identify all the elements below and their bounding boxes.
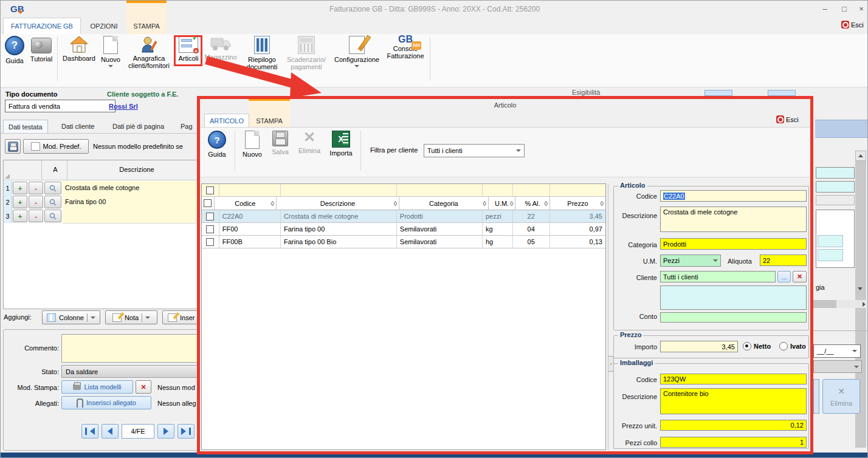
esci-button[interactable]: Esci: [841, 21, 864, 29]
cliente-fe-link[interactable]: Rossi Srl: [109, 103, 138, 110]
close-button[interactable]: ×: [855, 3, 868, 14]
dialog-tab-articolo[interactable]: ARTICOLO: [204, 114, 249, 128]
col-descrizione[interactable]: Descrizione◊: [277, 197, 399, 210]
importo-field[interactable]: 3,45: [660, 341, 738, 352]
date-combo[interactable]: __/__: [813, 344, 861, 358]
nuovo-button[interactable]: Nuovo: [98, 36, 123, 67]
add-row-button[interactable]: +: [13, 210, 27, 222]
tab-dati-testata[interactable]: Dati testata: [3, 120, 48, 133]
table-row[interactable]: FF00 Farina tipo 00 Semilavorati kg 04 0…: [202, 223, 605, 236]
row-checkbox[interactable]: [206, 213, 214, 220]
remove-row-button[interactable]: -: [29, 182, 43, 194]
pezzi-collo-field[interactable]: 1: [660, 437, 807, 448]
combo-gray[interactable]: [813, 360, 862, 373]
sort-icon[interactable]: ◊: [483, 200, 486, 207]
categoria-field[interactable]: Prodotti: [660, 238, 807, 250]
anagrafica-button[interactable]: Anagrafica clienti/fornitori: [126, 36, 172, 69]
cliente-browse-button[interactable]: ...: [777, 271, 791, 282]
imb-descrizione-field[interactable]: Contenitore bio: [660, 388, 807, 414]
cliente-clear-button[interactable]: ✕: [793, 271, 807, 282]
sort-icon[interactable]: ◊: [270, 200, 274, 207]
horizontal-scrollbar[interactable]: [813, 300, 867, 308]
save-model-button[interactable]: [5, 139, 21, 154]
guida-button[interactable]: ? Guida: [3, 36, 26, 64]
remove-row-button[interactable]: -: [29, 210, 43, 222]
configurazione-button[interactable]: Configurazione: [331, 36, 382, 67]
codice-field[interactable]: C22A0: [660, 190, 807, 202]
arrow-down-icon[interactable]: [858, 287, 863, 290]
sort-icon[interactable]: ◊: [394, 200, 397, 207]
maximize-button[interactable]: □: [838, 3, 851, 14]
imb-codice-field[interactable]: 123QW: [660, 374, 807, 385]
nav-first-button[interactable]: [81, 424, 98, 439]
um-select[interactable]: Pezzi: [660, 255, 721, 267]
aliquota-field[interactable]: 22: [760, 255, 807, 266]
remove-row-button[interactable]: -: [29, 196, 43, 208]
table-row[interactable]: C22A0 Crostata di mele cotogne Prodotti …: [202, 210, 605, 223]
mod-predef-button[interactable]: Mod. Predef.: [23, 139, 89, 154]
edit-icon: [168, 313, 177, 322]
lista-modelli-button[interactable]: Lista modelli: [61, 380, 133, 394]
add-row-button[interactable]: +: [13, 182, 27, 194]
cliente-field[interactable]: Tutti i clienti: [660, 271, 776, 282]
tab-dati-cliente[interactable]: Dati cliente: [57, 120, 99, 133]
lookup-row-button[interactable]: [44, 182, 61, 194]
dialog-importa-button[interactable]: X Importa: [325, 131, 357, 157]
table-filter-row[interactable]: [202, 184, 605, 197]
clear-model-button[interactable]: ✕: [136, 380, 151, 394]
dialog-guida-button[interactable]: ? Guida: [204, 131, 230, 158]
select-all-corner[interactable]: [5, 174, 10, 179]
tab-opzioni[interactable]: OPZIONI: [82, 18, 126, 34]
sort-icon[interactable]: ◊: [544, 200, 547, 207]
inserisci-allegato-button[interactable]: Inserisci allegato: [61, 396, 151, 409]
cliente-notes-field[interactable]: [660, 285, 807, 310]
prezzo-unit-field[interactable]: 0,12: [660, 420, 807, 431]
minimize-button[interactable]: –: [818, 3, 832, 14]
col-categoria[interactable]: Categoria◊: [399, 197, 489, 210]
select-all-checkbox[interactable]: [206, 186, 214, 194]
nota-button[interactable]: Nota: [105, 310, 157, 324]
scrollbar-thumb[interactable]: [813, 300, 836, 308]
row-descrizione[interactable]: Crostata di mele cotogne: [63, 181, 214, 196]
dialog-esci-button[interactable]: Esci: [776, 115, 799, 123]
tab-pagamenti[interactable]: Pag: [176, 120, 198, 133]
filtra-cliente-combo[interactable]: Tutti i clienti: [424, 144, 525, 157]
commento-field[interactable]: [61, 334, 215, 363]
col-prezzo[interactable]: Prezzo◊: [550, 197, 605, 210]
nav-last-button[interactable]: [177, 424, 195, 439]
dialog-nuovo-button[interactable]: Nuovo: [239, 131, 266, 158]
tab-stampa[interactable]: STAMPA: [126, 18, 167, 34]
descrizione-field[interactable]: Crostata di mele cotogne: [660, 207, 807, 232]
sort-icon[interactable]: ◊: [601, 200, 604, 207]
nav-next-button[interactable]: [157, 424, 174, 439]
tab-fatturazione-gb[interactable]: FATTURAZIONE GB: [3, 18, 81, 34]
table-row[interactable]: FF00B Farina tipo 00 Bio Semilavorati hg…: [202, 236, 605, 248]
row-descrizione[interactable]: [63, 209, 214, 224]
add-row-button[interactable]: +: [13, 196, 27, 208]
conto-field[interactable]: [660, 312, 807, 323]
ivato-radio[interactable]: Ivato: [779, 342, 806, 350]
row-checkbox[interactable]: [206, 225, 214, 233]
dashboard-button[interactable]: Dashboard: [61, 36, 97, 62]
scroll-up-button[interactable]: [855, 151, 866, 161]
colonne-button[interactable]: Colonne: [42, 310, 100, 324]
stato-field[interactable]: Da saldare: [61, 365, 215, 378]
row-descrizione[interactable]: Farina tipo 00: [63, 195, 214, 210]
col-aliquota[interactable]: % Al.◊: [515, 197, 550, 210]
netto-radio[interactable]: Netto: [743, 342, 771, 350]
header-checkbox[interactable]: [204, 199, 212, 207]
tipo-documento-field[interactable]: Fattura di vendita: [5, 100, 115, 112]
importo-label: Importo: [616, 343, 657, 350]
dialog-tab-stampa[interactable]: STAMPA: [249, 114, 290, 128]
tab-dati-pie-pagina[interactable]: Dati piè di pagina: [108, 120, 169, 133]
lookup-row-button[interactable]: [44, 210, 61, 222]
lookup-row-button[interactable]: [44, 196, 61, 208]
col-um[interactable]: U.M.◊: [489, 197, 516, 210]
tutorial-button[interactable]: Tutorial: [27, 36, 55, 63]
sort-icon[interactable]: ◊: [510, 200, 513, 207]
nav-prev-button[interactable]: [102, 424, 119, 439]
console-fatturazione-button[interactable]: GBSDI Console Fatturazione: [384, 36, 427, 60]
nav-position-field[interactable]: 4/FE: [122, 424, 154, 439]
row-checkbox[interactable]: [206, 238, 214, 246]
col-codice[interactable]: Codice◊: [215, 197, 277, 210]
